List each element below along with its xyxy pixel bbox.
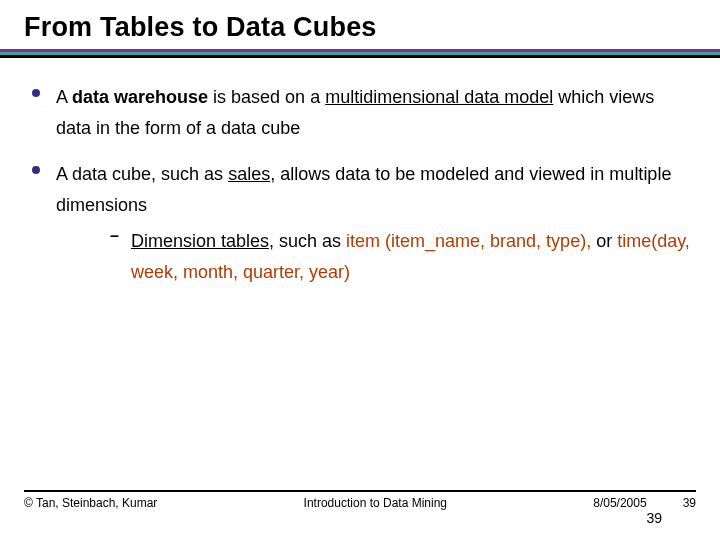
bullet-icon [32,89,40,97]
page-number-overlay: 39 [646,510,662,526]
sub-list: –Dimension tables, such as item (item_na… [110,226,690,287]
rule-black [0,55,720,58]
slide-body: A data warehouse is based on a multidime… [24,76,696,288]
slide: From Tables to Data Cubes A data warehou… [0,0,720,540]
sub-text: Dimension tables, such as item (item_nam… [131,226,690,287]
footer-page: 39 [683,496,696,510]
bullet-text: A data cube, such as sales, allows data … [56,159,690,220]
title-rule [0,49,720,58]
footer: © Tan, Steinbach, Kumar Introduction to … [24,490,696,510]
bullet-list: A data warehouse is based on a multidime… [32,82,690,288]
footer-copyright: © Tan, Steinbach, Kumar [24,496,157,510]
footer-title: Introduction to Data Mining [157,496,593,510]
bullet-item: A data warehouse is based on a multidime… [32,82,690,143]
bullet-icon [32,166,40,174]
footer-date: 8/05/2005 [593,496,646,510]
slide-title: From Tables to Data Cubes [24,12,696,43]
bullet-item: A data cube, such as sales, allows data … [32,159,690,287]
sub-item: –Dimension tables, such as item (item_na… [110,226,690,287]
dash-icon: – [110,227,119,245]
bullet-text: A data warehouse is based on a multidime… [56,82,690,143]
